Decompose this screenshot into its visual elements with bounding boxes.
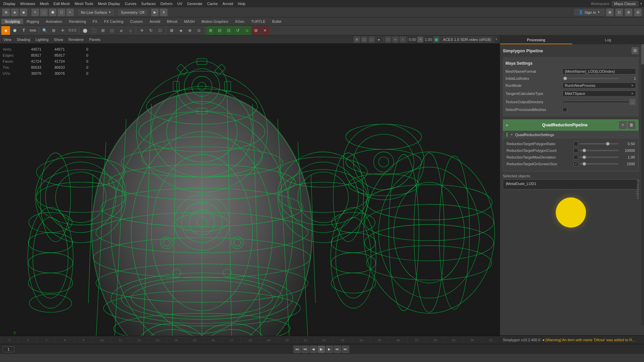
tb-icon-3[interactable]: ◉ xyxy=(19,8,28,16)
tb-select-btn[interactable]: ↖ xyxy=(31,8,39,16)
vp-menu-shading[interactable]: Shading xyxy=(15,38,32,42)
icon-green1[interactable]: ⊞ xyxy=(206,26,215,35)
checkbox-ratio[interactable] xyxy=(574,141,578,146)
checkbox-selectmeshes[interactable] xyxy=(562,107,567,112)
pb-go-start[interactable]: ⏮ xyxy=(293,346,301,353)
tab-bullet[interactable]: Bullet xyxy=(269,19,285,24)
menu-curves[interactable]: Curves xyxy=(123,1,139,6)
icon-scale[interactable]: ⬡ xyxy=(156,26,164,35)
tb-icon-10[interactable]: ⊞ xyxy=(625,8,633,16)
checkbox-deviation[interactable] xyxy=(574,155,578,160)
menu-surfaces[interactable]: Surfaces xyxy=(139,1,158,6)
icon-select2[interactable]: ◈ xyxy=(176,26,185,35)
gear-button[interactable]: ⚙ xyxy=(631,47,639,54)
menu-display[interactable]: Display xyxy=(1,1,17,6)
vp-icon-3[interactable]: ◻ xyxy=(369,37,375,43)
sign-in-button[interactable]: 👤 Sign In ▼ xyxy=(574,9,604,15)
slider-deviation[interactable] xyxy=(580,157,619,158)
icon-svg[interactable]: SVG xyxy=(29,26,37,35)
vp-icon-9[interactable]: ⬤ xyxy=(433,37,439,43)
scrollbar-thumb[interactable] xyxy=(641,44,644,64)
menu-arnold[interactable]: Arnold xyxy=(220,1,235,6)
vp-icon-1[interactable]: ⊞ xyxy=(354,37,360,43)
vp-menu-lighting[interactable]: Lighting xyxy=(34,38,50,42)
menu-mesh[interactable]: Mesh xyxy=(38,1,51,6)
icon-select[interactable]: ◈ xyxy=(1,26,10,35)
pipeline-add-button[interactable]: + xyxy=(619,121,627,129)
pipeline-delete-button[interactable]: 🗑 xyxy=(628,121,635,129)
slider-thumb-ratio[interactable] xyxy=(606,142,609,145)
vp-icon-4[interactable]: ◈ xyxy=(376,37,382,43)
tb-icon-4[interactable]: ⬡ xyxy=(57,8,65,16)
icon-green4[interactable]: ↺ xyxy=(233,26,242,35)
tab-arnold[interactable]: Arnold xyxy=(146,19,164,24)
slider-count[interactable] xyxy=(580,150,619,151)
vp-icon-8[interactable]: ⌖ xyxy=(417,37,423,43)
vp-icon-5[interactable]: ⬡ xyxy=(385,37,391,43)
menu-uv[interactable]: UV xyxy=(175,1,184,6)
tb-icon-7[interactable]: ⏸ xyxy=(160,8,168,16)
icon-zoom[interactable]: 🔍 xyxy=(40,26,49,35)
icon-move[interactable]: ✛ xyxy=(138,26,146,35)
pb-step-back[interactable]: ◀ xyxy=(310,346,317,353)
slider-thumb-lodindex[interactable] xyxy=(564,77,567,80)
menu-help[interactable]: Help xyxy=(236,1,248,6)
rp-tab-processing[interactable]: Processing xyxy=(500,36,572,44)
vp-icon-6[interactable]: ⊕ xyxy=(392,37,398,43)
checkbox-screensize[interactable] xyxy=(574,162,578,166)
icon-green7[interactable]: ✕ xyxy=(261,26,269,35)
tab-rendering[interactable]: Rendering xyxy=(66,19,90,24)
input-texdir[interactable] xyxy=(562,101,629,103)
tab-rigging[interactable]: Rigging xyxy=(23,19,42,24)
icon-rotate[interactable]: ↻ xyxy=(147,26,155,35)
menu-windows[interactable]: Windows xyxy=(18,1,37,6)
slider-thumb-count[interactable] xyxy=(583,149,586,152)
tb-icon-1[interactable]: ⊞ xyxy=(2,8,10,16)
vp-icon-7[interactable]: ⊙ xyxy=(400,37,406,43)
menu-mesh-display[interactable]: Mesh Display xyxy=(96,1,122,6)
menu-edit-mesh[interactable]: Edit Mesh xyxy=(52,1,72,6)
checkbox-count[interactable] xyxy=(574,148,578,153)
tab-turtle[interactable]: TURTLE xyxy=(248,19,269,24)
icon-green3[interactable]: ⊡ xyxy=(224,26,233,35)
pb-step-fwd[interactable]: ▶ xyxy=(326,346,333,353)
icon-local[interactable]: ⊙ xyxy=(195,26,203,35)
tab-fx[interactable]: FX xyxy=(89,19,101,24)
pb-play[interactable]: ▶ xyxy=(318,346,325,353)
icon-shape[interactable]: ⬟ xyxy=(10,26,19,35)
icon-green2[interactable]: ⊟ xyxy=(215,26,224,35)
right-scrollbar[interactable] xyxy=(641,44,644,325)
tab-animation[interactable]: Animation xyxy=(43,19,66,24)
tb-icon-5[interactable]: ⌖ xyxy=(66,8,74,16)
pb-go-end[interactable]: ⏭ xyxy=(342,346,349,353)
frame-number-input[interactable] xyxy=(3,346,14,352)
icon-sphere[interactable]: ⬤ xyxy=(80,26,89,35)
slider-screensize[interactable] xyxy=(580,163,619,165)
browse-button[interactable]: … xyxy=(629,99,636,105)
input-meshformat[interactable]: {MeshName}_LOD{LODIndex} xyxy=(562,68,636,74)
tb-icon-9[interactable]: ⊡ xyxy=(615,8,623,16)
icon-global[interactable]: ⊕ xyxy=(185,26,194,35)
pb-prev-key[interactable]: ⏮ xyxy=(302,346,309,353)
icon-frame[interactable]: ⊞ xyxy=(49,26,58,35)
tab-motion-graphics[interactable]: Motion Graphics xyxy=(198,19,231,24)
tb-icon-2[interactable]: ◈ xyxy=(11,8,19,16)
tb-icon-8[interactable]: ⊠ xyxy=(606,8,614,16)
tab-bifrost[interactable]: Bifrost xyxy=(164,19,181,24)
workspace-value[interactable]: Maya Classic xyxy=(612,1,638,6)
vp-icon-2[interactable]: ◫ xyxy=(361,37,367,43)
icon-box[interactable]: ◻ xyxy=(108,26,116,35)
tab-mash[interactable]: MASH xyxy=(181,19,198,24)
dropdown-runmode[interactable]: RunInNewProcess ▼ xyxy=(562,82,636,88)
icon-text[interactable]: T xyxy=(19,26,28,35)
tab-fx-caching[interactable]: FX Caching xyxy=(101,19,126,24)
icon-green5[interactable]: ⍉ xyxy=(243,26,251,35)
icon-green6[interactable]: ⊠ xyxy=(252,26,260,35)
vp-menu-renderer[interactable]: Renderer xyxy=(67,38,85,42)
slider-ratio[interactable] xyxy=(580,143,619,144)
vp-menu-show[interactable]: Show xyxy=(53,38,65,42)
tab-xgen[interactable]: XGen xyxy=(232,19,248,24)
tab-sculpting[interactable]: Sculpting xyxy=(1,19,23,24)
pb-next-key[interactable]: ⏭ xyxy=(334,346,341,353)
icon-cube[interactable]: ⬛ xyxy=(90,26,98,35)
